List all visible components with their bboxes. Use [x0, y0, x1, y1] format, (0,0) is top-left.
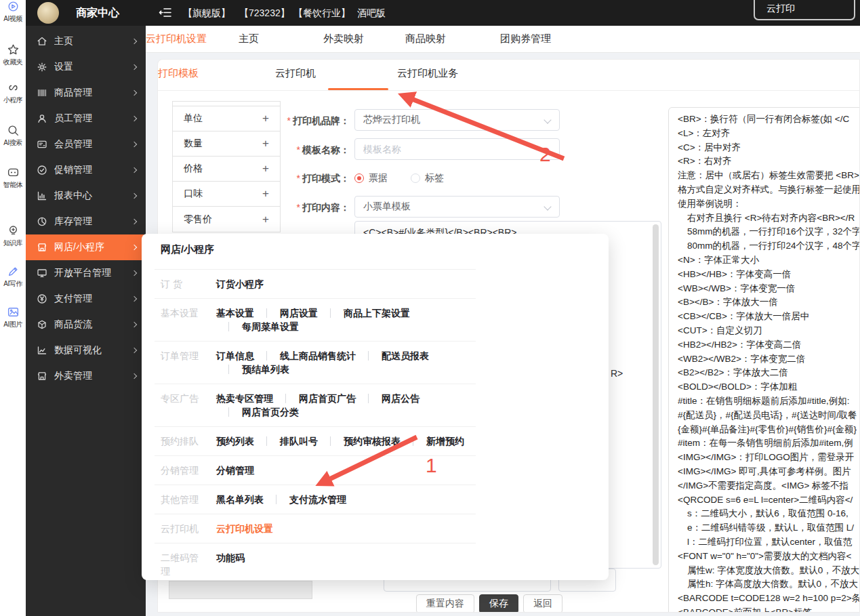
quick-icon-strip: 收藏夹 小程序 AI搜索 智能体 知识库 AI写作 AI图片 A — [0, 0, 26, 616]
menu-link[interactable]: 热卖专区管理 — [216, 392, 273, 405]
sidebar-item[interactable]: 设置 — [26, 54, 146, 80]
menu-link[interactable]: 线上商品销售统计 — [254, 349, 356, 363]
strip-item[interactable]: AI视频 — [0, 0, 26, 24]
printer-brand-label: *打印机品牌： — [239, 115, 350, 127]
menu-link[interactable]: 新增预约 — [401, 434, 464, 448]
radio-option[interactable]: 票据 — [354, 172, 388, 184]
sidebar-item[interactable]: 数据可视化 — [26, 337, 146, 363]
sidebar-item[interactable]: 网店/小程序 — [26, 234, 146, 260]
page-tab[interactable]: 外卖映射 — [323, 33, 364, 45]
menu-category-row: 预约排队 预约列表排队叫号预约审核报表新增预约 — [155, 427, 476, 456]
menu-link[interactable]: 订货小程序 — [216, 277, 264, 291]
collapse-sidebar-icon[interactable] — [159, 7, 172, 18]
popover-rows: 订 货 订货小程序 基本设置 基本设置网店设置商品上下架设置每周菜单设置 订单管… — [155, 269, 476, 580]
sidebar-item[interactable]: 报表中心 — [26, 183, 146, 209]
sidebar-item[interactable]: 员工管理 — [26, 106, 146, 131]
payment-icon — [37, 293, 47, 304]
chevron-right-icon — [131, 193, 137, 199]
help-line: <IMG></IMG>：打印LOGO图片，需登录开 — [678, 451, 860, 465]
strip-item[interactable]: 智能体 — [0, 166, 26, 190]
category-label: 其他管理 — [161, 493, 204, 506]
menu-link[interactable]: 排队叫号 — [254, 434, 318, 448]
page-tab[interactable]: 主页 — [239, 33, 259, 45]
variable-label: 口味 — [184, 188, 203, 200]
page-tab[interactable]: 团购券管理 — [500, 33, 551, 45]
strip-item[interactable]: AI写作 — [0, 265, 26, 289]
category-label: 分销管理 — [161, 464, 204, 477]
industry-tag[interactable]: 【餐饮行业】 — [293, 7, 350, 20]
print-content-label: *打印内容： — [239, 202, 350, 214]
sidebar-item[interactable]: 库存管理 — [26, 209, 146, 234]
printer-subtab[interactable]: 云打印机 — [275, 67, 316, 80]
strip-item[interactable]: 收藏夹 — [0, 43, 26, 67]
menu-link[interactable]: 功能码 — [216, 551, 245, 564]
radio-option[interactable]: 标签 — [411, 172, 444, 184]
menu-link[interactable]: 预约列表 — [216, 434, 254, 448]
print-content-select[interactable]: 小票单模板 — [354, 196, 560, 218]
sidebar-item[interactable]: 开放平台管理 — [26, 260, 146, 286]
printer-brand-select[interactable]: 芯烨云打印机 — [354, 109, 560, 131]
strip-item[interactable]: AI搜索 — [0, 124, 26, 148]
sidebar-item[interactable]: 主页 — [26, 28, 146, 54]
sidebar-item[interactable]: 会员管理 — [26, 131, 146, 157]
reset-content-button[interactable]: 重置内容 — [416, 594, 474, 613]
menu-link[interactable]: 预结单列表 — [216, 363, 289, 376]
menu-link[interactable]: 网店设置 — [254, 306, 318, 320]
strip-item[interactable]: AI图片 — [0, 306, 26, 329]
sidebar-item[interactable]: 促销管理 — [26, 157, 146, 183]
menu-link[interactable]: 预约审核报表 — [318, 434, 401, 448]
strip-item[interactable]: 知识库 — [0, 224, 26, 248]
active-subtab-underline — [328, 88, 388, 90]
chevron-right-icon — [131, 219, 137, 224]
help-line: <WB></WB>：字体变宽一倍 — [678, 282, 860, 296]
save-button[interactable]: 保存 — [479, 594, 518, 613]
scrollbar-thumb[interactable] — [653, 224, 659, 565]
chevron-right-icon — [131, 90, 137, 96]
template-name-label: *模板名称： — [239, 144, 350, 157]
radio-icon — [354, 173, 364, 183]
search-input[interactable] — [755, 0, 854, 18]
textarea-scrollbar[interactable] — [653, 224, 659, 565]
header-search-box — [754, 0, 855, 20]
sidebar-item[interactable]: 商品货流 — [26, 312, 146, 337]
menu-link[interactable]: 网店公告 — [356, 392, 419, 405]
sidebar-item[interactable]: 外卖管理 — [26, 363, 146, 389]
menu-link[interactable]: 商品上下架设置 — [318, 306, 410, 320]
sidebar-item[interactable]: 支付管理 — [26, 286, 146, 312]
menu-category-row: 二维码管理 功能码 — [155, 543, 476, 580]
chevron-down-icon — [544, 116, 551, 123]
merchant-id-tag[interactable]: 【723232】 — [239, 7, 290, 20]
add-variable-icon[interactable]: + — [262, 187, 269, 201]
help-line: <IMG></IMG> 即可,具体可参考样例。图片 — [678, 465, 860, 479]
edition-tag[interactable]: 【旗舰版】 — [183, 7, 230, 20]
menu-link[interactable]: 云打印机设置 — [216, 522, 273, 535]
menu-link[interactable]: 网店首页分类 — [216, 405, 299, 419]
printer-subtab[interactable]: 云打印机业务 — [397, 67, 458, 80]
sidebar-item[interactable]: 商品管理 — [26, 80, 146, 106]
popover-title: 网店/小程序 — [161, 243, 214, 256]
page-tab[interactable]: 商品映射 — [405, 33, 446, 45]
strip-item[interactable]: 小程序 — [0, 81, 26, 105]
menu-category-row: 分销管理 分销管理 — [155, 456, 476, 485]
template-name-input[interactable] — [363, 144, 539, 155]
menu-link[interactable]: 配送员报表 — [356, 349, 429, 363]
page-tab[interactable]: 云打印机设置 — [146, 33, 207, 45]
add-variable-icon[interactable]: + — [262, 213, 269, 226]
store-type-tag[interactable]: 酒吧版 — [357, 7, 386, 20]
print-mode-radio-group: 票据 标签 — [354, 172, 444, 184]
chevron-right-icon — [131, 39, 137, 44]
menu-link[interactable]: 黑名单列表 — [216, 493, 264, 506]
help-line: 属性h: 字体高度放大倍数。默认0，不放大 — [678, 577, 860, 592]
printer-subtab[interactable]: 打印模板 — [158, 67, 199, 80]
menu-link[interactable]: 基本设置 — [216, 306, 254, 320]
menu-link[interactable]: 订单信息 — [216, 349, 254, 363]
menu-category-row: 专区广告 热卖专区管理网店首页广告网店公告网店首页分类 — [155, 384, 476, 427]
menu-link[interactable]: 支付流水管理 — [264, 493, 346, 506]
menu-link[interactable]: 网店首页广告 — [273, 392, 356, 405]
help-line: #item：在每一条销售明细前后添加#item,例 — [678, 436, 860, 451]
menu-link[interactable]: 每周菜单设置 — [216, 320, 299, 333]
back-button[interactable]: 返回 — [523, 594, 562, 613]
help-line: l：二维码打印位置，默认center，取值范 — [678, 535, 860, 550]
chevron-right-icon — [131, 348, 137, 353]
menu-link[interactable]: 分销管理 — [216, 464, 254, 477]
